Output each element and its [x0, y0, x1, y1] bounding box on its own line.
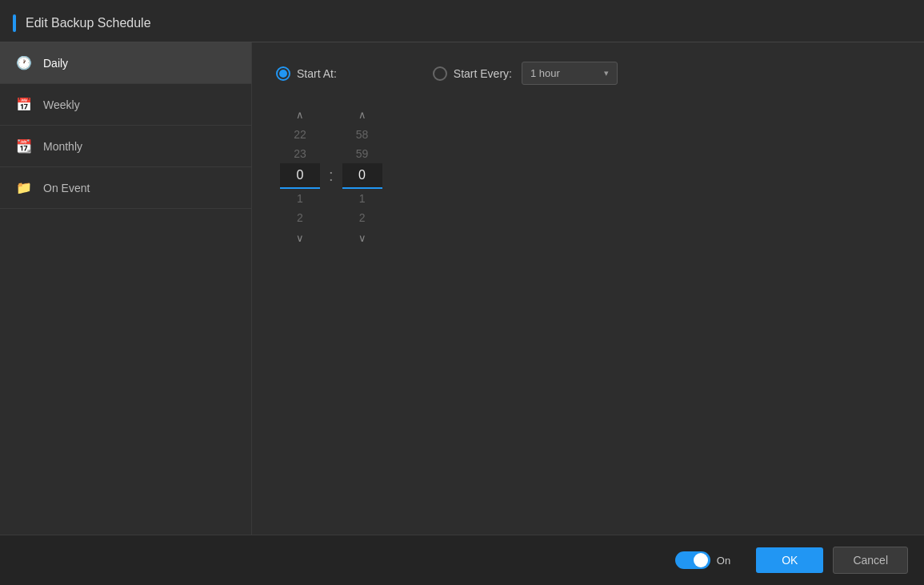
minute-above1: 59 — [356, 144, 369, 163]
time-picker: 22 23 1 2 : 58 59 1 2 — [276, 104, 900, 248]
minute-up-button[interactable] — [349, 104, 376, 125]
hour-input[interactable] — [280, 163, 320, 189]
sidebar-item-monthly[interactable]: 📆 Monthly — [0, 126, 251, 167]
sidebar-item-weekly[interactable]: 📅 Weekly — [0, 84, 251, 126]
chevron-down-icon: ▾ — [604, 68, 609, 78]
title-accent — [13, 14, 16, 32]
start-every-label: Start Every: — [454, 67, 512, 80]
sidebar-label-daily: Daily — [43, 57, 68, 70]
chevron-down-minute-icon — [358, 231, 366, 244]
start-at-radio-circle[interactable] — [276, 66, 290, 81]
minute-down-button[interactable] — [349, 227, 376, 248]
calendar-week-icon: 📅 — [16, 97, 32, 112]
cancel-button[interactable]: Cancel — [833, 547, 908, 574]
chevron-up-minute-icon — [358, 108, 366, 121]
page-title: Edit Backup Schedule — [26, 16, 151, 30]
calendar-month-icon: 📆 — [16, 138, 32, 154]
schedule-type-row: Start At: Start Every: 1 hour ▾ — [276, 62, 900, 85]
sidebar-item-daily[interactable]: 🕐 Daily — [0, 42, 251, 84]
minute-column: 58 59 1 2 — [338, 104, 386, 248]
toggle-container: On — [675, 551, 730, 569]
hour-below1: 1 — [297, 189, 303, 208]
on-off-toggle[interactable] — [675, 551, 710, 569]
clock-icon: 🕐 — [16, 55, 32, 70]
main-content: 🕐 Daily 📅 Weekly 📆 Monthly 📁 On Event St… — [0, 42, 924, 535]
hour-above2: 22 — [294, 125, 306, 144]
folder-icon: 📁 — [16, 180, 32, 195]
content-area: Start At: Start Every: 1 hour ▾ 2 — [252, 42, 924, 535]
sidebar-label-monthly: Monthly — [43, 140, 82, 153]
sidebar-label-weekly: Weekly — [43, 98, 80, 111]
hour-below2: 2 — [297, 208, 303, 227]
title-bar: Edit Backup Schedule — [0, 0, 924, 42]
ok-button[interactable]: OK — [756, 547, 823, 573]
hour-column: 22 23 1 2 — [276, 104, 324, 248]
hour-up-button[interactable] — [286, 104, 314, 125]
sidebar-item-on-event[interactable]: 📁 On Event — [0, 167, 251, 209]
chevron-down-hour-icon — [296, 231, 304, 244]
sidebar-label-on-event: On Event — [43, 182, 90, 194]
toggle-label: On — [717, 555, 730, 567]
hour-above1: 23 — [294, 144, 306, 163]
start-every-radio-label[interactable]: Start Every: — [433, 66, 512, 81]
minute-above2: 58 — [356, 125, 369, 144]
start-at-radio-label[interactable]: Start At: — [276, 66, 337, 81]
time-separator: : — [324, 166, 338, 185]
interval-dropdown[interactable]: 1 hour ▾ — [522, 62, 618, 85]
minute-input[interactable] — [342, 163, 382, 189]
minute-below1: 1 — [359, 189, 366, 208]
chevron-up-icon — [296, 108, 304, 121]
start-at-label: Start At: — [297, 67, 337, 80]
minute-below2: 2 — [359, 208, 366, 227]
sidebar: 🕐 Daily 📅 Weekly 📆 Monthly 📁 On Event — [0, 42, 252, 535]
footer: On OK Cancel — [0, 535, 924, 585]
interval-value: 1 hour — [530, 67, 598, 79]
start-every-radio-circle[interactable] — [433, 66, 447, 81]
start-every-group: Start Every: 1 hour ▾ — [433, 62, 618, 85]
hour-down-button[interactable] — [286, 227, 314, 248]
